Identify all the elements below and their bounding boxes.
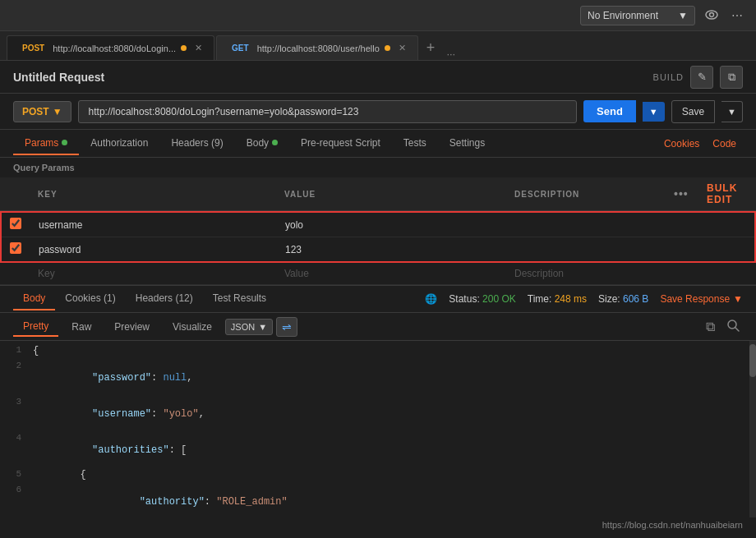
row1-checkbox[interactable] (10, 218, 21, 229)
tab-post-login[interactable]: POST http://localhost:8080/doLogin... ✕ (7, 35, 214, 60)
tab-get-hello[interactable]: GET http://localhost:8080/user/hello ✕ (216, 35, 418, 60)
json-line-2: 2 "password": null, (0, 360, 756, 396)
format-chevron-icon: ▼ (258, 322, 267, 332)
code-tab-preview[interactable]: Preview (104, 318, 159, 336)
tab-authorization-label: Authorization (90, 137, 148, 149)
resp-tab-cookies[interactable]: Cookies (1) (55, 287, 125, 310)
env-label: No Environment (588, 10, 658, 21)
desc-placeholder: Description (514, 268, 564, 279)
json-line-6: 6 "authority": "ROLE_admin" (0, 484, 756, 517)
code-link[interactable]: Code (706, 133, 743, 154)
row1-key-cell: username (30, 212, 277, 237)
add-tab-button[interactable]: + (420, 35, 442, 60)
resp-tab-headers-label: Headers (12) (136, 292, 193, 304)
tab-params[interactable]: Params (13, 132, 79, 155)
code-view-actions: ⧉ (703, 317, 743, 337)
eye-icon-btn[interactable] (702, 6, 721, 25)
size-label: Size: 606 B (598, 293, 648, 305)
row2-desc-cell (507, 237, 628, 263)
tab-close-icon[interactable]: ✕ (195, 43, 202, 53)
tab-method-badge: POST (19, 43, 48, 53)
edit-icon-btn[interactable]: ✎ (690, 66, 713, 89)
resp-tab-body-label: Body (23, 292, 45, 304)
tab-get-method-badge: GET (228, 43, 252, 53)
code-tab-visualize-label: Visualize (173, 321, 212, 333)
method-select[interactable]: POST ▼ (13, 101, 71, 122)
tab-bar: POST http://localhost:8080/doLogin... ✕ … (0, 31, 756, 61)
save-button[interactable]: Save (671, 100, 715, 123)
tab-body[interactable]: Body (235, 132, 289, 155)
json-line-5: 5 { (0, 468, 756, 484)
json-scrollbar[interactable] (749, 341, 756, 517)
edit-icon: ✎ (698, 71, 707, 83)
code-tab-pretty[interactable]: Pretty (13, 317, 58, 337)
save-response-button[interactable]: Save Response ▼ (660, 293, 743, 305)
top-bar: No Environment ▼ ⋯ (0, 0, 756, 31)
key-placeholder: Key (38, 268, 55, 279)
query-params-section: Query Params KEY VALUE DESCRIPTION ••• (0, 158, 756, 285)
cookies-link[interactable]: Cookies (657, 133, 706, 154)
format-select[interactable]: JSON ▼ (225, 319, 273, 335)
row1-desc-cell (507, 212, 628, 237)
tab-tests[interactable]: Tests (392, 132, 438, 155)
resp-tab-tests[interactable]: Test Results (203, 287, 276, 310)
url-input[interactable] (78, 100, 578, 123)
save-icon-btn[interactable]: ⧉ (720, 66, 743, 89)
response-tabs-bar: Body Cookies (1) Headers (12) Test Resul… (0, 285, 756, 313)
svg-line-3 (735, 328, 739, 331)
resp-tab-body[interactable]: Body (13, 287, 55, 310)
column-dots-icon[interactable]: ••• (674, 187, 689, 200)
page-title: Untitled Request (13, 71, 104, 84)
table-header-row: KEY VALUE DESCRIPTION ••• Bulk Edit (0, 177, 756, 211)
th-value: VALUE (276, 177, 506, 211)
tab-authorization[interactable]: Authorization (79, 132, 159, 155)
row2-checkbox-cell (1, 237, 30, 263)
tab-headers-label: Headers (9) (171, 137, 223, 149)
env-selector[interactable]: No Environment ▼ (580, 6, 695, 25)
params-table: KEY VALUE DESCRIPTION ••• Bulk Edit (0, 177, 756, 285)
tab-more-button[interactable]: ··· (441, 48, 460, 60)
tab-tests-label: Tests (403, 137, 426, 149)
value-placeholder: Value (284, 268, 309, 279)
code-tab-visualize[interactable]: Visualize (163, 318, 222, 336)
params-table-container: KEY VALUE DESCRIPTION ••• Bulk Edit (0, 177, 756, 285)
wrap-icon: ⇌ (282, 320, 292, 333)
send-dropdown-button[interactable]: ▼ (643, 102, 665, 122)
response-status: 🌐 Status: 200 OK Time: 248 ms Size: 606 … (425, 293, 743, 305)
method-label: POST (22, 106, 49, 117)
tab-get-close-icon[interactable]: ✕ (399, 43, 406, 53)
highlighted-params-table: username yolo (0, 211, 756, 263)
empty-desc-cell: Description (506, 263, 666, 285)
tab-prerequest[interactable]: Pre-request Script (289, 132, 392, 155)
search-button[interactable] (723, 317, 743, 337)
row2-checkbox[interactable] (10, 242, 21, 254)
row1-value-cell: yolo (277, 212, 507, 237)
row2-extra-cell (628, 237, 755, 263)
th-key: KEY (30, 177, 276, 211)
copy-button[interactable]: ⧉ (703, 317, 718, 337)
tab-settings-label: Settings (449, 137, 485, 149)
bulk-edit-link[interactable]: Bulk Edit (707, 182, 737, 205)
status-value: 200 OK (482, 293, 516, 305)
resp-tab-headers[interactable]: Headers (12) (126, 287, 203, 310)
save-dropdown-button[interactable]: ▼ (721, 101, 743, 122)
env-chevron-icon: ▼ (678, 10, 688, 21)
time-value: 248 ms (555, 293, 587, 305)
json-line-1: 1 { (0, 344, 756, 360)
more-icon-btn[interactable]: ⋯ (728, 6, 746, 25)
svg-point-0 (706, 11, 717, 19)
tab-headers[interactable]: Headers (9) (159, 132, 234, 155)
row1-checkbox-cell (1, 212, 30, 237)
empty-extra-cell (666, 263, 756, 285)
json-line-4: 4 "authorities": [ (0, 432, 756, 468)
more-icon: ⋯ (731, 9, 743, 22)
code-tab-raw[interactable]: Raw (62, 318, 101, 336)
row1-value: yolo (285, 219, 303, 231)
send-button[interactable]: Send (583, 100, 636, 122)
json-scrollbar-thumb[interactable] (749, 344, 756, 377)
wrap-button[interactable]: ⇌ (276, 317, 297, 337)
table-row: username yolo (0, 211, 756, 264)
svg-point-1 (710, 12, 714, 16)
table-row: password 123 (1, 237, 755, 263)
tab-settings[interactable]: Settings (438, 132, 496, 155)
